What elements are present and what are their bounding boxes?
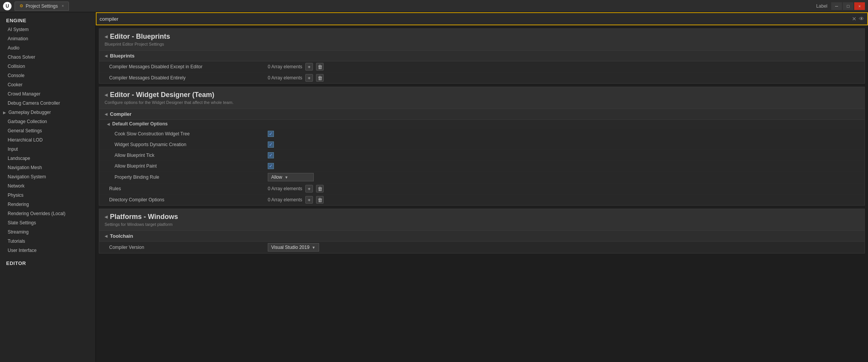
toolchain-collapse-icon[interactable]: ◀ <box>105 234 108 238</box>
sidebar-item-debug-camera[interactable]: Debug Camera Controller <box>0 99 95 108</box>
sidebar-item-chaos-solver[interactable]: Chaos Solver <box>0 53 95 62</box>
widget-dynamic-creation-label: Widget Supports Dynamic Creation <box>99 140 264 150</box>
sidebar-item-network[interactable]: Network <box>0 181 95 191</box>
sidebar-item-navigation-mesh[interactable]: Navigation Mesh <box>0 163 95 172</box>
sidebar-item-user-interface[interactable]: User Interface <box>0 246 95 255</box>
sidebar-label-ai-system: AI System <box>8 27 29 32</box>
sidebar-label-user-interface: User Interface <box>8 248 36 253</box>
tab-close-button[interactable]: × <box>62 4 64 8</box>
sidebar-item-landscape[interactable]: Landscape <box>0 154 95 163</box>
allow-blueprint-tick-row: Allow Blueprint Tick ✓ <box>99 150 865 161</box>
compiler-messages-except-delete-button[interactable]: 🗑 <box>316 63 324 71</box>
compiler-sub-collapse-icon[interactable]: ◀ <box>105 112 108 116</box>
sidebar-label-slate-settings: Slate Settings <box>8 220 36 225</box>
sidebar-item-audio[interactable]: Audio <box>0 43 95 53</box>
sidebar-item-rendering[interactable]: Rendering <box>0 200 95 209</box>
sidebar-label-navigation-system: Navigation System <box>8 174 46 179</box>
sidebar-item-hierarchical-lod[interactable]: Hierarchical LOD <box>0 135 95 145</box>
search-eye-icon[interactable]: 👁 <box>859 16 864 22</box>
sidebar-item-animation[interactable]: Animation <box>0 34 95 43</box>
blueprints-collapse-icon[interactable]: ◀ <box>105 35 108 39</box>
sidebar-item-tutorials[interactable]: Tutorials <box>0 237 95 246</box>
sidebar-item-input[interactable]: Input <box>0 145 95 154</box>
widget-designer-section-title: ◀ Editor - Widget Designer (Team) <box>105 91 859 99</box>
sidebar-item-cooker[interactable]: Cooker <box>0 80 95 89</box>
platforms-windows-header: ◀ Platforms - Windows Settings for Windo… <box>99 209 865 231</box>
blueprints-sub-collapse-icon[interactable]: ◀ <box>105 54 108 58</box>
sidebar-item-general-settings[interactable]: General Settings <box>0 126 95 135</box>
sidebar-item-slate-settings[interactable]: Slate Settings <box>0 218 95 227</box>
blueprints-subsection-title: Blueprints <box>110 53 134 59</box>
rules-row: Rules 0 Array elements + 🗑 <box>99 183 865 194</box>
window-label: Label <box>816 3 827 9</box>
compiler-messages-entirely-label: Compiler Messages Disabled Entirely <box>99 73 264 83</box>
platforms-windows-collapse-icon[interactable]: ◀ <box>105 215 108 219</box>
search-input[interactable] <box>100 16 852 22</box>
sidebar-label-audio: Audio <box>8 45 20 51</box>
sidebar-item-collision[interactable]: Collision <box>0 62 95 71</box>
toolchain-subsection-title: Toolchain <box>110 233 133 239</box>
compiler-version-dropdown[interactable]: Visual Studio 2019 ▼ <box>268 243 319 252</box>
editor-section-title: Editor <box>0 257 95 268</box>
sidebar-label-gameplay-debugger: Gameplay Debugger <box>8 110 51 115</box>
rules-delete-button[interactable]: 🗑 <box>316 185 324 193</box>
sidebar-label-streaming: Streaming <box>8 229 29 235</box>
sidebar-item-gameplay-debugger[interactable]: ▶ Gameplay Debugger <box>0 108 95 117</box>
engine-section-title: Engine <box>0 15 95 25</box>
allow-blueprint-tick-checkbox[interactable]: ✓ <box>268 152 274 158</box>
allow-blueprint-paint-value: ✓ <box>264 161 865 171</box>
property-binding-rule-dropdown-value: Allow <box>271 174 282 180</box>
cook-slow-construction-checkbox[interactable]: ✓ <box>268 131 274 137</box>
close-button[interactable]: × <box>854 2 865 10</box>
sidebar-label-physics: Physics <box>8 193 23 198</box>
sidebar-label-network: Network <box>8 183 25 189</box>
sidebar-item-rendering-overrides[interactable]: Rendering Overrides (Local) <box>0 209 95 218</box>
widget-designer-section-header: ◀ Editor - Widget Designer (Team) Config… <box>99 87 865 109</box>
sidebar-label-input: Input <box>8 146 18 152</box>
sidebar-item-streaming[interactable]: Streaming <box>0 227 95 237</box>
content-area: ✕ 👁 ◀ Editor - Blueprints Blueprint Edit… <box>96 12 868 362</box>
widget-designer-collapse-icon[interactable]: ◀ <box>105 93 108 97</box>
sidebar-label-debug-camera: Debug Camera Controller <box>8 100 60 106</box>
cook-slow-construction-row: Cook Slow Construction Widget Tree ✓ <box>99 128 865 139</box>
rules-value: 0 Array elements + 🗑 <box>264 183 865 194</box>
sidebar-item-ai-system[interactable]: AI System <box>0 25 95 34</box>
sidebar-item-crowd-manager[interactable]: Crowd Manager <box>0 89 95 99</box>
rules-add-button[interactable]: + <box>305 185 313 193</box>
allow-blueprint-paint-checkbox[interactable]: ✓ <box>268 163 274 169</box>
directory-compiler-options-add-button[interactable]: + <box>305 196 313 204</box>
blueprints-subtitle: Blueprint Editor Project Settings <box>105 42 859 46</box>
compiler-version-label: Compiler Version <box>99 242 264 252</box>
directory-compiler-options-delete-button[interactable]: 🗑 <box>316 196 324 204</box>
property-binding-rule-dropdown[interactable]: Allow ▼ <box>268 173 314 181</box>
property-binding-rule-row: Property Binding Rule Allow ▼ <box>99 171 865 183</box>
title-bar-left: U ⚙ Project Settings × <box>3 2 69 11</box>
sidebar-label-crowd-manager: Crowd Manager <box>8 91 40 97</box>
search-clear-button[interactable]: ✕ <box>852 16 857 22</box>
platforms-windows-section: ◀ Platforms - Windows Settings for Windo… <box>99 209 865 253</box>
sidebar-label-console: Console <box>8 73 25 78</box>
search-bar: ✕ 👁 <box>96 12 868 25</box>
compiler-messages-except-add-button[interactable]: + <box>305 63 313 71</box>
allow-blueprint-paint-label: Allow Blueprint Paint <box>99 161 264 171</box>
compiler-messages-entirely-add-button[interactable]: + <box>305 74 313 82</box>
compiler-subsection-title: Compiler <box>110 111 131 117</box>
compiler-messages-entirely-delete-button[interactable]: 🗑 <box>316 74 324 82</box>
sidebar-item-navigation-system[interactable]: Navigation System <box>0 172 95 181</box>
project-settings-tab[interactable]: ⚙ Project Settings × <box>15 2 69 11</box>
allow-blueprint-paint-row: Allow Blueprint Paint ✓ <box>99 161 865 171</box>
sidebar-item-garbage-collection[interactable]: Garbage Collection <box>0 117 95 126</box>
allow-blueprint-tick-value: ✓ <box>264 151 865 160</box>
tab-label: Project Settings <box>26 3 58 9</box>
compiler-messages-entirely-array: 0 Array elements <box>268 75 302 81</box>
blueprints-section-header: ◀ Editor - Blueprints Blueprint Editor P… <box>99 29 865 51</box>
widget-dynamic-creation-checkbox[interactable]: ✓ <box>268 142 274 148</box>
minimize-button[interactable]: ─ <box>831 2 842 10</box>
sidebar-label-collision: Collision <box>8 64 25 69</box>
main-layout: Engine AI System Animation Audio Chaos S… <box>0 12 868 362</box>
sidebar-item-console[interactable]: Console <box>0 71 95 80</box>
sidebar-item-physics[interactable]: Physics <box>0 191 95 200</box>
maximize-button[interactable]: □ <box>843 2 853 10</box>
widget-designer-subtitle: Configure options for the Widget Designe… <box>105 100 859 105</box>
default-compiler-collapse-icon[interactable]: ◀ <box>107 122 110 126</box>
